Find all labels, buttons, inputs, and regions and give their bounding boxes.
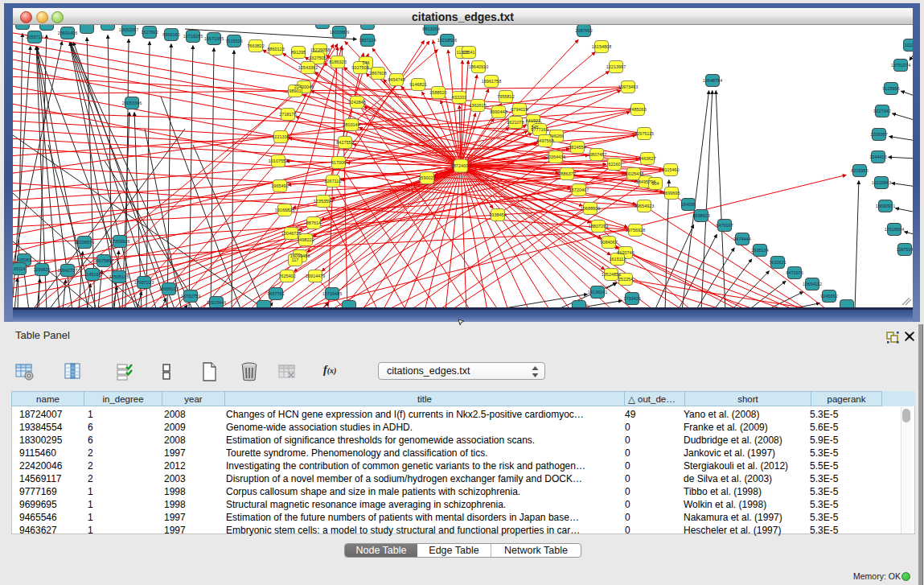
svg-text:9457791: 9457791 [267,291,284,296]
svg-text:8454749: 8454749 [388,77,405,82]
svg-text:12541: 12541 [462,50,474,55]
svg-text:10807487: 10807487 [587,152,606,157]
svg-text:2935134: 2935134 [751,248,768,253]
svg-text:7955812: 7955812 [497,94,514,99]
svg-text:10719155: 10719155 [183,34,203,39]
svg-text:10653267: 10653267 [119,27,138,32]
svg-text:8990443: 8990443 [490,109,507,114]
svg-text:2803144: 2803144 [343,122,359,127]
svg-text:15226058: 15226058 [310,47,330,52]
svg-text:18724007: 18724007 [451,163,470,168]
svg-text:1145194: 1145194 [84,272,101,277]
svg-text:1733426: 1733426 [623,296,640,301]
svg-text:8215955: 8215955 [851,168,868,173]
svg-text:12213967: 12213967 [606,64,626,69]
svg-text:9227342: 9227342 [873,109,890,113]
svg-text:16648784: 16648784 [703,78,722,83]
svg-text:891295: 891295 [291,50,306,55]
svg-text:8860123: 8860123 [267,47,284,51]
svg-text:12975115: 12975115 [634,131,654,136]
svg-text:9327505: 9327505 [309,56,326,60]
svg-text:1965492: 1965492 [271,183,288,188]
svg-text:1615112: 1615112 [609,257,626,262]
svg-text:19756928: 19756928 [626,228,645,233]
svg-text:10543362: 10543362 [298,65,318,70]
svg-text:7663822: 7663822 [247,43,264,48]
svg-text:16671355: 16671355 [204,36,224,41]
svg-text:887614: 887614 [306,220,321,225]
svg-text:15692971: 15692971 [876,204,895,208]
svg-text:9327508: 9327508 [351,65,368,70]
svg-text:7625402: 7625402 [278,274,295,278]
svg-text:20053346: 20053346 [122,101,142,105]
svg-text:17957223: 17957223 [134,280,154,285]
svg-text:8813054: 8813054 [422,27,439,31]
svg-text:2087662: 2087662 [575,28,592,33]
svg-text:9245652: 9245652 [820,294,837,299]
svg-text:20206576: 20206576 [75,240,94,245]
svg-text:9242848: 9242848 [348,100,365,105]
svg-text:164095: 164095 [681,202,696,207]
svg-text:19166825: 19166825 [275,208,294,212]
svg-text:904: 904 [651,181,659,186]
svg-text:817006: 817006 [331,160,346,165]
svg-text:441921: 441921 [526,118,540,123]
svg-text:1244415: 1244415 [869,154,886,159]
svg-text:1156829: 1156829 [33,267,50,272]
svg-text:18807299: 18807299 [589,224,608,229]
svg-text:9115460: 9115460 [662,167,679,172]
svg-text:2055712: 2055712 [26,35,43,39]
svg-text:1527602: 1527602 [141,30,158,35]
svg-text:8471676: 8471676 [786,270,803,275]
svg-text:7515526: 7515526 [225,39,242,43]
svg-text:832203: 832203 [452,95,466,100]
svg-text:9084067: 9084067 [600,240,617,245]
svg-text:9777169: 9777169 [531,127,548,132]
svg-text:17359926: 17359926 [110,239,129,244]
svg-text:435061: 435061 [17,257,31,262]
svg-text:6966160: 6966160 [162,32,179,37]
svg-text:29942737: 29942737 [58,268,77,273]
svg-text:1588520: 1588520 [429,90,446,95]
svg-text:9146821: 9146821 [409,82,426,87]
svg-text:10046736: 10046736 [281,231,301,236]
svg-text:3824554: 3824554 [569,145,585,150]
svg-text:30975867: 30975867 [94,258,113,263]
svg-text:16033809: 16033809 [330,30,349,35]
svg-text:39114: 39114 [14,266,26,271]
svg-text:2867608: 2867608 [369,71,386,76]
svg-text:14136141: 14136141 [588,290,607,295]
svg-text:6497568: 6497568 [536,138,553,143]
svg-text:20364436: 20364436 [546,154,565,159]
svg-text:1362615: 1362615 [469,103,486,108]
svg-text:7886372: 7886372 [558,171,575,176]
svg-text:1221338: 1221338 [272,134,289,139]
svg-text:15751074: 15751074 [891,63,910,68]
svg-text:9699695: 9699695 [663,191,680,196]
svg-text:2718176: 2718176 [279,112,296,117]
svg-text:6120746: 6120746 [617,250,634,255]
svg-text:10025438: 10025438 [624,171,643,176]
svg-text:9129996: 9129996 [882,86,899,91]
svg-text:10688609: 10688609 [581,206,600,211]
svg-text:19218506: 19218506 [437,38,457,43]
svg-text:1167534: 1167534 [896,247,913,252]
svg-text:19654923: 19654923 [634,204,654,208]
svg-text:16961758: 16961758 [482,79,501,84]
svg-text:10654112: 10654112 [803,282,822,286]
svg-text:12923446: 12923446 [207,300,226,305]
svg-text:12505135: 12505135 [109,274,129,279]
svg-text:12353594: 12353594 [314,199,333,204]
svg-text:10107553: 10107553 [269,159,288,163]
svg-text:16914479: 16914479 [306,274,325,278]
svg-text:15716485: 15716485 [322,291,342,296]
svg-text:7857224: 7857224 [359,38,376,43]
svg-text:1209387: 1209387 [870,132,887,137]
svg-text:11123: 11123 [905,43,913,47]
svg-text:18640910: 18640910 [469,64,488,69]
svg-text:16210643: 16210643 [872,180,891,185]
svg-text:3267110: 3267110 [324,179,341,183]
svg-text:9463627: 9463627 [639,156,655,161]
svg-text:117: 117 [292,257,299,262]
svg-text:16154808: 16154808 [592,44,611,49]
